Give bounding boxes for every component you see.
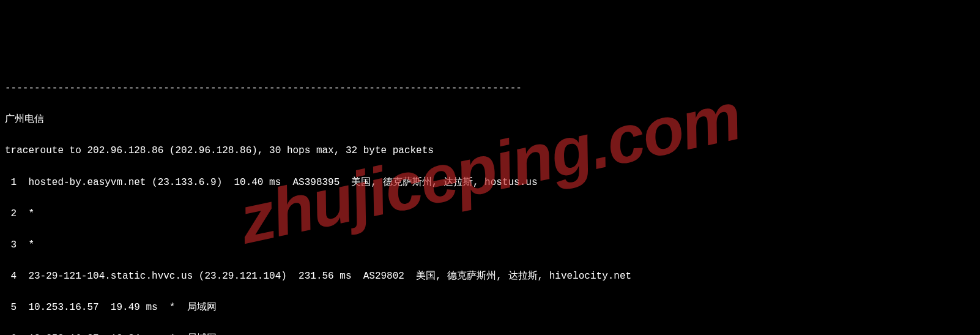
hop-number: 3: [5, 238, 17, 254]
hop-row: 3 *: [5, 238, 975, 254]
hop-row: 6 10.253.16.37 13.84 ms * 局域网: [5, 331, 975, 335]
terminal-output: ----------------------------------------…: [5, 65, 975, 335]
trace-header: traceroute to 202.96.128.86 (202.96.128.…: [5, 143, 975, 159]
hop-detail: 10.253.16.57 19.49 ms * 局域网: [28, 302, 216, 313]
hop-detail: hosted-by.easyvm.net (23.133.6.9) 10.40 …: [28, 177, 537, 188]
hop-number: 6: [5, 331, 17, 335]
hop-row: 5 10.253.16.57 19.49 ms * 局域网: [5, 300, 975, 316]
hop-row: 4 23-29-121-104.static.hvvc.us (23.29.12…: [5, 269, 975, 285]
hop-number: 1: [5, 175, 17, 191]
hop-detail: *: [28, 208, 34, 219]
hop-detail: *: [28, 239, 34, 250]
hop-detail: 23-29-121-104.static.hvvc.us (23.29.121.…: [28, 271, 631, 282]
hop-row: 2 *: [5, 206, 975, 222]
hop-number: 4: [5, 269, 17, 285]
hop-row: 1 hosted-by.easyvm.net (23.133.6.9) 10.4…: [5, 175, 975, 191]
hop-number: 5: [5, 300, 17, 316]
hop-number: 2: [5, 206, 17, 222]
divider-line: ----------------------------------------…: [5, 81, 975, 97]
trace-title: 广州电信: [5, 112, 975, 128]
